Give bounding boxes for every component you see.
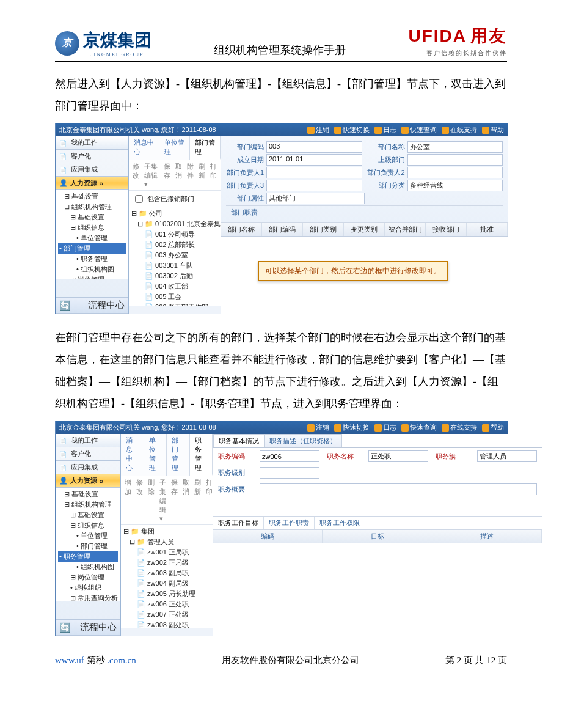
tree-node[interactable]: • 虚拟组织 — [58, 583, 118, 593]
list-item[interactable]: 📄 002 总部部长 — [131, 240, 218, 250]
app1-left-tree[interactable]: ⊞ 基础设置⊟ 组织机构管理⊞ 基础设置⊟ 组织信息• 单位管理• 部门管理• … — [56, 190, 128, 279]
list-item[interactable]: 📄 003002 后勤 — [131, 271, 218, 281]
tab2-appint[interactable]: 应用集成 — [56, 461, 120, 474]
list-item[interactable]: 📄 zw008 副处职 — [123, 620, 210, 628]
list-item[interactable]: 📄 zw006 正处职 — [123, 599, 210, 609]
val-job-summary[interactable] — [260, 483, 537, 495]
val-found-date[interactable]: 2011-01-01 — [266, 154, 362, 166]
tree-node[interactable]: • 职务管理 — [58, 254, 126, 264]
titlebar-action[interactable]: 日志 — [374, 423, 396, 432]
toolbar-item[interactable]: 修改 — [133, 162, 139, 188]
list-item[interactable]: ⊟ 📁 管理人员 — [123, 537, 210, 547]
val-job-code[interactable] — [260, 450, 319, 462]
val-dept-attr[interactable]: 其他部门 — [266, 193, 365, 204]
val-dept-code[interactable]: 003 — [266, 141, 362, 153]
list-item[interactable]: 📄 zw003 副局职 — [123, 568, 210, 578]
val-job-cluster[interactable] — [477, 450, 537, 462]
app2-job-list[interactable]: ⊟ 📁 集团⊟ 📁 管理人员📄 zw001 正局职📄 zw002 正局级📄 zw… — [121, 525, 213, 628]
include-revoked-check[interactable]: 包含已撤销部门 — [129, 191, 221, 207]
tree-node[interactable]: ⊟ 组织信息 — [58, 222, 126, 233]
val-dept-class[interactable]: 多种经营线 — [407, 180, 503, 191]
tree-node[interactable]: • 职务管理 — [58, 551, 118, 562]
tree-node[interactable]: ⊞ 基础设置 — [58, 489, 118, 499]
titlebar-action[interactable]: 帮助 — [482, 125, 504, 134]
list-item[interactable]: ⊟ 📁 01002001 北京金泰集团有限公 — [131, 219, 218, 229]
footer-link[interactable]: www.uf 第秒 .com.cn — [55, 655, 136, 666]
tree-node[interactable]: • 部门管理 — [58, 541, 118, 551]
tree-node[interactable]: ⊟ 组织信息 — [58, 520, 118, 531]
titlebar-action[interactable]: 在线支持 — [442, 125, 477, 134]
titlebar-action[interactable]: 注销 — [307, 125, 329, 134]
tree-node[interactable]: ⊞ 岗位管理 — [58, 274, 126, 279]
toolbar-item[interactable]: 增加 — [125, 478, 131, 523]
toolbar-item[interactable]: 修改 — [136, 478, 143, 523]
tree-node[interactable]: • 部门管理 — [58, 243, 126, 254]
tab-custom[interactable]: 客户化 — [56, 150, 128, 163]
tab-job-basic[interactable]: 职务基本情况 — [213, 434, 265, 447]
list-item[interactable]: 📄 003 办公室 — [131, 250, 218, 260]
tab2-custom[interactable]: 客户化 — [56, 447, 120, 461]
list-item[interactable]: 📄 005 工会 — [131, 292, 218, 302]
include-revoked-checkbox[interactable] — [135, 195, 143, 203]
tab[interactable]: 部门管理 — [190, 136, 221, 160]
val-head1[interactable] — [266, 167, 362, 178]
toolbar-item[interactable]: 保存 — [171, 478, 178, 523]
titlebar-action[interactable]: 帮助 — [482, 423, 504, 432]
scrollbar-icon[interactable] — [129, 306, 221, 314]
list-item[interactable]: 📄 003001 车队 — [131, 260, 218, 271]
list-item[interactable]: 📄 zw005 局长助理 — [123, 589, 210, 599]
tab[interactable]: 消息中心 — [129, 136, 159, 160]
toolbar-item[interactable]: 取消 — [175, 162, 182, 188]
tab[interactable]: 单位管理 — [159, 136, 190, 160]
titlebar-action[interactable]: 快速查询 — [401, 423, 437, 432]
toolbar-item[interactable]: 取消 — [183, 478, 189, 523]
titlebar-action[interactable]: 注销 — [307, 423, 329, 432]
tab[interactable]: 单位管理 — [144, 434, 167, 476]
tree-node[interactable]: ⊞ 岗位管理 — [58, 572, 118, 583]
tree-node[interactable]: • 单位管理 — [58, 233, 126, 243]
val-head2[interactable] — [407, 167, 503, 178]
dept-duty-subtab[interactable]: 部门职责 — [226, 205, 503, 219]
tab2-mywork[interactable]: 我的工作 — [56, 434, 120, 447]
list-item[interactable]: 📄 zw004 副局级 — [123, 578, 210, 589]
titlebar-action[interactable]: 在线支持 — [442, 423, 477, 432]
list-item[interactable]: ⊟ 📁 公司 — [131, 208, 218, 219]
tab-mywork[interactable]: 我的工作 — [56, 136, 128, 150]
val-parent-dept[interactable] — [407, 154, 503, 166]
tree-node[interactable]: ⊞ 基础设置 — [58, 510, 118, 520]
titlebar-action[interactable]: 日志 — [374, 125, 396, 134]
list-item[interactable]: 📄 zw002 正局级 — [123, 557, 210, 568]
tab-appint[interactable]: 应用集成 — [56, 163, 128, 177]
tree-node[interactable]: ⊞ 基础设置 — [58, 191, 126, 202]
val-dept-name[interactable]: 办公室 — [407, 141, 503, 153]
titlebar-action[interactable]: 快速查询 — [401, 125, 437, 134]
app2-left-tree[interactable]: ⊞ 基础设置⊟ 组织机构管理⊞ 基础设置⊟ 组织信息• 单位管理• 部门管理• … — [56, 488, 120, 601]
scrollbar2-icon[interactable] — [121, 628, 213, 636]
job-subtabs[interactable]: 职务工作目标 职务工作职责 职务工作权限 — [213, 516, 542, 530]
tab-flowcenter[interactable]: 🔄 流程中心 — [56, 297, 128, 314]
subtab-job-target[interactable]: 职务工作目标 — [213, 517, 264, 529]
list-item[interactable]: 📄 zw001 正局职 — [123, 547, 210, 557]
list-item[interactable]: 📄 zw007 正处级 — [123, 609, 210, 620]
val-job-name[interactable] — [368, 450, 428, 462]
toolbar-item[interactable]: 子集编辑 ▾ — [159, 478, 166, 523]
app2-tabset[interactable]: 消息中心单位管理部门管理职务管理 — [121, 434, 213, 476]
list-item[interactable]: ⊟ 📁 集团 — [123, 526, 210, 537]
toolbar-item[interactable]: 保存 — [164, 162, 170, 188]
app1-toolbar[interactable]: 修改子集编辑 ▾保存取消附件刷新打印 — [129, 160, 221, 191]
tree-node[interactable]: • 单位管理 — [58, 531, 118, 541]
job-tabset[interactable]: 职务基本情况 职务描述（任职资格） — [213, 434, 542, 448]
subtab-job-duty[interactable]: 职务工作职责 — [264, 517, 315, 529]
tree-node[interactable]: • 组织机构图 — [58, 562, 118, 572]
toolbar-item[interactable]: 打印 — [206, 478, 213, 523]
tab-hr[interactable]: 👤 人力资源 » — [56, 177, 128, 190]
tab[interactable]: 消息中心 — [121, 434, 144, 476]
subtab-job-authority[interactable]: 职务工作权限 — [315, 517, 365, 529]
toolbar-item[interactable]: 打印 — [210, 162, 217, 188]
app1-tabset[interactable]: 消息中心单位管理部门管理 — [129, 136, 221, 160]
tree-node[interactable]: ⊞ 基础设置 — [58, 212, 126, 222]
tree-node[interactable]: ⊞ 常用查询分析 — [58, 593, 118, 601]
app2-toolbar[interactable]: 增加修改删除子集编辑 ▾保存取消刷新打印 — [121, 476, 213, 525]
tab2-flowcenter[interactable]: 🔄 流程中心 — [56, 619, 120, 636]
tree-node[interactable]: ⊟ 组织机构管理 — [58, 499, 118, 510]
